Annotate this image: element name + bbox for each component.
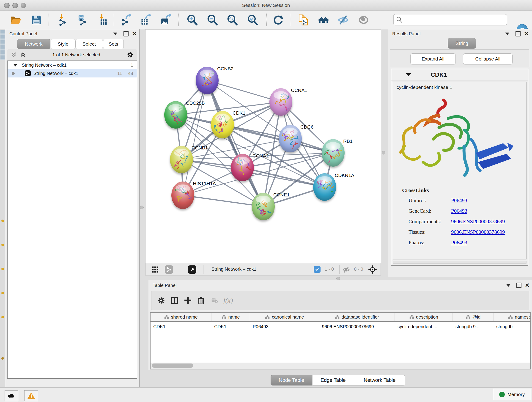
save-session-button[interactable] (30, 14, 43, 26)
birdseye-view-icon[interactable] (188, 265, 196, 274)
import-network-database-button[interactable] (75, 14, 88, 26)
delete-table-icon[interactable] (208, 294, 221, 307)
protein-node-cdkn1a[interactable]: CDKN1A (313, 172, 354, 201)
selected-nodes-checkbox[interactable] (314, 266, 321, 273)
results-scrollbar[interactable] (393, 261, 526, 264)
network-row[interactable]: String Network – cdk1 11 48 (7, 69, 137, 77)
tab-sets[interactable]: Sets (103, 39, 124, 49)
collapse-all-icon[interactable] (11, 52, 17, 58)
zoom-selected-button[interactable] (247, 14, 259, 26)
delete-column-trash-icon[interactable] (195, 294, 208, 307)
show-all-button[interactable] (357, 14, 370, 26)
protein-node-cdc6[interactable]: CDC6 (279, 124, 313, 153)
table-panel-close-button[interactable]: ✕ (524, 282, 531, 288)
genecard-link[interactable]: P06493 (451, 208, 467, 214)
memory-button[interactable]: Memory (493, 389, 531, 400)
column-header[interactable]: description (395, 313, 453, 321)
grid-view-icon[interactable] (152, 266, 159, 273)
node-result-header[interactable]: CDK1 (391, 69, 528, 80)
home-networks-button[interactable] (317, 14, 330, 26)
column-header[interactable]: namespace (494, 313, 531, 321)
network-graph[interactable]: CCNB2CCNA1CDC25BCDK1CDC6RB1CCNB1CCNA2CDK… (146, 30, 381, 263)
show-columns-icon[interactable] (168, 294, 181, 307)
control-panel-undock-button[interactable] (123, 31, 129, 37)
network-collection-row[interactable]: String Network – cdk1 1 (7, 61, 137, 69)
warnings-button[interactable] (24, 390, 38, 401)
table-horizontal-scrollbar[interactable] (150, 363, 531, 370)
tab-node-table[interactable]: Node Table (271, 375, 312, 385)
zoom-in-button[interactable] (186, 14, 198, 26)
expand-all-icon[interactable] (20, 52, 26, 58)
network-canvas[interactable]: CCNB2CCNA1CDC25BCDK1CDC6RB1CCNB1CCNA2CDK… (145, 29, 381, 263)
clone-network-button[interactable] (297, 14, 309, 26)
export-image-button[interactable] (160, 14, 172, 26)
protein-node-ccna2[interactable]: CCNA2 (231, 153, 269, 181)
minimize-window-button[interactable] (12, 3, 18, 8)
tab-network[interactable]: Network (17, 39, 51, 49)
results-panel-close-button[interactable]: ✕ (523, 31, 530, 37)
column-header[interactable]: shared name (151, 313, 211, 321)
network-list-header: 1 of 1 Network selected (7, 49, 137, 61)
protein-node-rb1[interactable]: RB1 (322, 138, 353, 168)
results-panel-undock-button[interactable] (515, 31, 521, 37)
fit-selected-crosshair-icon[interactable] (368, 265, 377, 274)
network-view-type-icon[interactable] (165, 265, 173, 274)
protein-node-cdk1[interactable]: CDK1 (211, 110, 245, 138)
control-panel-close-button[interactable]: ✕ (131, 31, 138, 37)
collection-expand-triangle[interactable] (13, 64, 18, 66)
results-panel-float-menu[interactable] (504, 31, 511, 37)
hide-selected-button[interactable] (337, 14, 349, 26)
column-header[interactable]: @id (453, 313, 494, 321)
node-label-rb1: RB1 (343, 138, 353, 144)
hidden-eye-slash-icon[interactable] (342, 266, 350, 274)
refresh-button[interactable] (272, 14, 284, 26)
control-panel-title: Control Panel (9, 31, 37, 36)
protein-node-hist1h1a[interactable]: HIST1H1A (171, 181, 216, 209)
table-row[interactable]: CDK1 CDK1 P06493 9606.ENSP00000378699 cy… (151, 322, 530, 332)
result-collapse-triangle[interactable] (406, 73, 411, 76)
protein-node-ccnb1[interactable]: CCNB1 (170, 145, 208, 173)
network-options-gear-icon[interactable] (127, 51, 133, 58)
protein-node-ccne1[interactable]: CCNE1 (252, 192, 290, 220)
right-splitter-handle[interactable] (382, 151, 385, 154)
zoom-fit-button[interactable] (226, 14, 239, 26)
tab-select[interactable]: Select (75, 39, 103, 49)
search-input[interactable] (403, 17, 505, 23)
table-settings-gear-icon[interactable] (155, 294, 168, 307)
left-splitter-handle[interactable] (140, 206, 144, 209)
control-panel-float-menu[interactable] (112, 31, 119, 37)
table-panel-float-menu[interactable] (505, 282, 512, 288)
tab-edge-table[interactable]: Edge Table (312, 375, 354, 385)
export-table-button[interactable] (139, 14, 152, 26)
zoom-window-button[interactable] (21, 3, 26, 8)
protein-node-ccnb2[interactable]: CCNB2 (196, 66, 234, 94)
close-window-button[interactable] (4, 3, 10, 8)
table-panel-undock-button[interactable] (515, 282, 522, 288)
export-network-button[interactable] (120, 14, 133, 26)
control-panel: Control Panel ✕ Network Style Select Set… (5, 29, 139, 387)
open-session-button[interactable] (10, 14, 22, 26)
column-header[interactable]: database identifier (319, 313, 395, 321)
collapse-all-button[interactable]: Collapse All (463, 53, 513, 64)
tissues-link[interactable]: 9606.ENSP00000378699 (451, 229, 505, 235)
scrollbar-thumb[interactable] (152, 364, 193, 368)
function-builder-icon[interactable]: f(x) (223, 297, 233, 304)
protein-node-ccna1[interactable]: CCNA1 (269, 88, 307, 116)
network-label: String Network – cdk1 (33, 71, 78, 76)
import-table-button[interactable] (96, 14, 109, 26)
uniprot-link[interactable]: P06493 (451, 198, 467, 204)
cloud-sync-button[interactable] (5, 390, 18, 401)
crosslink-row: Compartments: 9606.ENSP00000378699 (409, 216, 526, 227)
pharos-link[interactable]: P06493 (451, 240, 467, 246)
tab-string[interactable]: String (448, 38, 476, 49)
expand-all-button[interactable]: Expand All (410, 53, 456, 64)
column-header[interactable]: name (211, 313, 250, 321)
tab-network-table[interactable]: Network Table (354, 375, 405, 385)
add-column-icon[interactable] (181, 294, 195, 307)
bottom-splitter-handle[interactable] (336, 277, 340, 280)
tab-style[interactable]: Style (51, 39, 75, 49)
compartments-link[interactable]: 9606.ENSP00000378699 (451, 219, 505, 225)
import-network-file-button[interactable] (56, 14, 68, 26)
zoom-out-button[interactable] (206, 14, 219, 26)
column-header[interactable]: canonical name (250, 313, 319, 321)
